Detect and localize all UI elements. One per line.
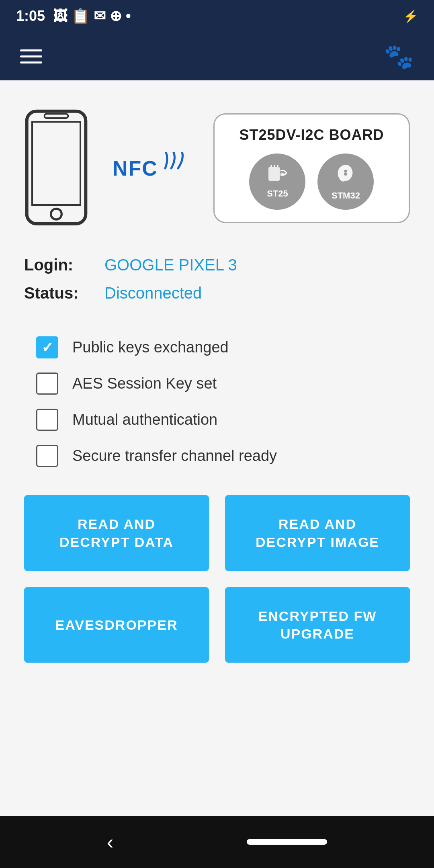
status-bar-left: 1:05 🖼 📋 ✉ ⊕ • [16,8,131,25]
home-pill[interactable] [247,839,327,845]
spacer [0,749,434,816]
info-section: Login: GOOGLE PIXEL 3 Status: Disconnect… [24,252,410,316]
checkbox-mutual-auth-label: Mutual authentication [72,411,217,428]
status-value: Disconnected [104,284,202,302]
st25-chip-icon [266,165,289,186]
phone-illustration [24,108,88,228]
checkboxes-section: ✓ Public keys exchanged AES Session Key … [24,332,410,471]
checkbox-mutual-auth-box[interactable] [36,409,58,431]
checkbox-aes-session-box[interactable] [36,373,58,395]
bottom-nav: ‹ [0,816,434,868]
nfc-label: NFC [113,156,158,180]
buttons-grid: READ ANDDECRYPT DATA READ ANDDECRYPT IMA… [24,495,410,663]
board-title: ST25DV-I2C BOARD [231,127,393,143]
board-icons: ST25 STM32 [231,154,393,210]
checkmark-icon: ✓ [41,339,53,356]
hamburger-menu-button[interactable] [20,49,42,63]
svg-rect-1 [32,122,80,205]
nfc-signal: NFC [113,152,189,184]
board-card: ST25DV-I2C BOARD ST25 [213,113,410,223]
encrypted-fw-upgrade-button[interactable]: ENCRYPTED FWUPGRADE [225,587,410,663]
status-bar: 1:05 🖼 📋 ✉ ⊕ • ⚡ [0,0,434,32]
checkbox-public-keys-box[interactable]: ✓ [36,336,58,358]
login-label: Login: [24,256,104,274]
svg-rect-4 [268,167,280,181]
battery-icon: ⚡ [403,9,418,23]
checkbox-public-keys[interactable]: ✓ Public keys exchanged [36,336,398,358]
checkbox-public-keys-label: Public keys exchanged [72,339,229,356]
svg-point-8 [344,172,347,176]
checkbox-aes-session[interactable]: AES Session Key set [36,373,398,395]
top-nav: 🐾 [0,32,434,80]
notification-icons: 🖼 📋 ✉ ⊕ • [53,8,131,25]
nfc-waves [161,152,189,184]
checkbox-secure-channel[interactable]: Secure transfer channel ready [36,445,398,467]
svg-point-3 [51,209,62,219]
login-value: GOOGLE PIXEL 3 [104,256,237,274]
time-display: 1:05 [16,8,45,25]
checkbox-secure-channel-label: Secure transfer channel ready [72,447,277,465]
checkbox-aes-session-label: AES Session Key set [72,375,217,392]
status-label: Status: [24,284,104,302]
status-bar-right: ⚡ [403,9,418,23]
status-row: Status: Disconnected [24,284,410,302]
checkbox-mutual-auth[interactable]: Mutual authentication [36,409,398,431]
stm32-chip: STM32 [317,154,374,210]
main-content: NFC ST25DV-I2C BOARD [0,80,434,749]
stm32-chip-label: STM32 [332,190,360,201]
svg-rect-0 [27,111,86,224]
eavesdropper-button[interactable]: EAVESDROPPER [24,587,209,663]
login-row: Login: GOOGLE PIXEL 3 [24,256,410,274]
svg-rect-2 [45,114,68,118]
st25-chip-label: ST25 [267,188,288,199]
profile-icon[interactable]: 🐾 [384,42,414,71]
back-button[interactable]: ‹ [107,830,114,854]
stm32-chip-icon [334,163,358,188]
st25-chip: ST25 [249,154,305,210]
illustration-section: NFC ST25DV-I2C BOARD [24,100,410,236]
checkbox-secure-channel-box[interactable] [36,445,58,467]
read-decrypt-data-button[interactable]: READ ANDDECRYPT DATA [24,495,209,571]
read-decrypt-image-button[interactable]: READ ANDDECRYPT IMAGE [225,495,410,571]
